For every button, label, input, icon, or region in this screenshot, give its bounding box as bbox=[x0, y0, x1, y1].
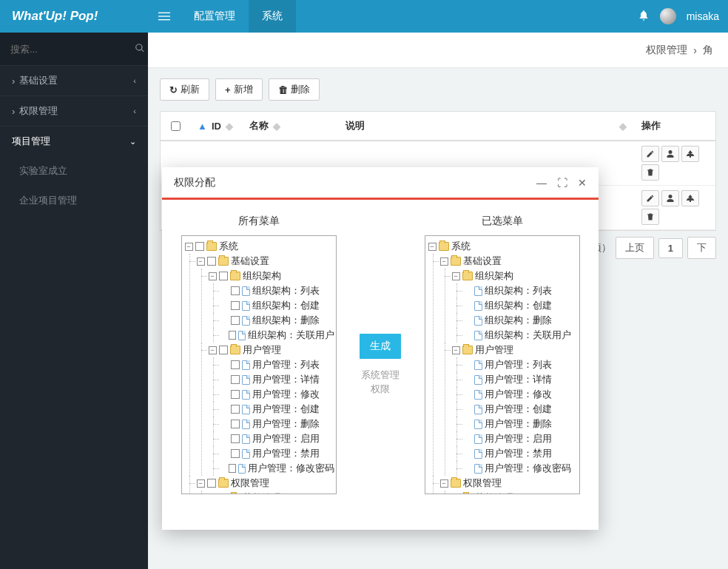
select-all-checkbox[interactable] bbox=[171, 121, 181, 131]
tree-node[interactable]: 用户管理 bbox=[209, 343, 334, 357]
tree-checkbox[interactable] bbox=[231, 390, 240, 399]
collapse-icon[interactable] bbox=[452, 346, 460, 354]
nav-system[interactable]: 系统 bbox=[249, 0, 296, 33]
tree-node[interactable]: 用户管理：修改密码 bbox=[220, 461, 334, 476]
tree-node[interactable]: 用户管理：删除 bbox=[464, 417, 578, 431]
breadcrumb-item[interactable]: 角 bbox=[703, 44, 713, 57]
tree-node[interactable]: 组织架构：列表 bbox=[220, 283, 334, 298]
collapse-icon[interactable] bbox=[185, 243, 193, 251]
edit-button[interactable] bbox=[641, 190, 659, 206]
maximize-icon[interactable]: ⛶ bbox=[557, 177, 567, 189]
tree-node[interactable]: 组织架构：关联用户 bbox=[220, 328, 334, 343]
search-input[interactable] bbox=[10, 44, 135, 55]
tree-checkbox[interactable] bbox=[231, 449, 240, 458]
prev-page-button[interactable]: 上页 bbox=[616, 237, 654, 259]
tree-node[interactable]: 菜单管理 bbox=[452, 491, 578, 494]
tree-checkbox[interactable] bbox=[231, 286, 240, 295]
collapse-icon[interactable] bbox=[197, 479, 205, 488]
tree-node[interactable]: 用户管理：禁用 bbox=[464, 446, 578, 461]
collapse-icon[interactable] bbox=[440, 257, 448, 266]
tree-checkbox[interactable] bbox=[231, 420, 240, 428]
collapse-icon[interactable] bbox=[209, 272, 217, 280]
tree-node[interactable]: 用户管理：禁用 bbox=[220, 446, 334, 461]
tree-node[interactable]: 组织架构：创建 bbox=[220, 298, 334, 313]
collapse-icon[interactable] bbox=[209, 494, 217, 495]
tree-checkbox[interactable] bbox=[207, 257, 216, 266]
tree-node[interactable]: 用户管理：详情 bbox=[220, 372, 334, 387]
edit-button[interactable] bbox=[641, 146, 659, 162]
search-icon[interactable] bbox=[135, 43, 145, 55]
th-desc[interactable]: 说明 ◆ bbox=[338, 119, 634, 132]
page-number[interactable]: 1 bbox=[658, 238, 683, 258]
tree-checkbox[interactable] bbox=[231, 360, 240, 369]
tree-node[interactable]: 系统 bbox=[428, 239, 578, 254]
tree-node[interactable]: 用户管理：启用 bbox=[464, 431, 578, 446]
tree-node[interactable]: 基础设置 bbox=[197, 254, 334, 269]
tree-node[interactable]: 用户管理 bbox=[452, 343, 578, 357]
tree-checkbox[interactable] bbox=[229, 331, 236, 340]
tree-node[interactable]: 组织架构 bbox=[452, 269, 578, 283]
sidebar-item-permission[interactable]: › 权限管理 ‹ bbox=[0, 96, 148, 126]
minimize-icon[interactable]: — bbox=[536, 177, 547, 189]
th-id[interactable]: ▲ ID ◆ bbox=[190, 121, 242, 132]
tree-node[interactable]: 用户管理：创建 bbox=[464, 402, 578, 417]
tree-checkbox[interactable] bbox=[231, 375, 240, 384]
tree-checkbox[interactable] bbox=[231, 301, 240, 310]
collapse-icon[interactable] bbox=[197, 257, 205, 266]
tree-node[interactable]: 系统 bbox=[185, 239, 334, 254]
modal-titlebar[interactable]: 权限分配 — ⛶ ✕ bbox=[162, 167, 599, 200]
tree-node[interactable]: 组织架构：删除 bbox=[220, 313, 334, 328]
tree-checkbox[interactable] bbox=[195, 242, 204, 251]
tree-node[interactable]: 菜单管理 bbox=[209, 491, 334, 494]
sidebar-sub-lab[interactable]: 实验室成立 bbox=[7, 156, 148, 186]
tree-checkbox[interactable] bbox=[229, 464, 236, 473]
tree-button[interactable] bbox=[681, 146, 699, 162]
delete-row-button[interactable] bbox=[641, 164, 659, 181]
add-button[interactable]: + 新增 bbox=[215, 78, 263, 101]
username[interactable]: misaka bbox=[687, 10, 719, 22]
bell-icon[interactable] bbox=[638, 10, 650, 24]
tree-button[interactable] bbox=[681, 190, 699, 206]
all-menus-tree[interactable]: 系统基础设置组织架构组织架构：列表组织架构：创建组织架构：删除组织架构：关联用户… bbox=[181, 235, 337, 494]
tree-checkbox[interactable] bbox=[219, 346, 228, 354]
tree-node[interactable]: 用户管理：删除 bbox=[220, 417, 334, 431]
hamburger-icon[interactable] bbox=[148, 0, 181, 33]
tree-checkbox[interactable] bbox=[219, 272, 228, 280]
tree-node[interactable]: 用户管理：修改密码 bbox=[464, 461, 578, 476]
tree-node[interactable]: 权限管理 bbox=[197, 476, 334, 491]
sidebar-sub-enterprise[interactable]: 企业项目管理 bbox=[7, 186, 148, 215]
user-button[interactable] bbox=[661, 146, 679, 162]
nav-config[interactable]: 配置管理 bbox=[181, 0, 249, 33]
tree-checkbox[interactable] bbox=[231, 434, 240, 443]
tree-node[interactable]: 用户管理：列表 bbox=[220, 357, 334, 372]
tree-node[interactable]: 用户管理：创建 bbox=[220, 402, 334, 417]
avatar[interactable] bbox=[660, 8, 676, 24]
tree-node[interactable]: 用户管理：列表 bbox=[464, 357, 578, 372]
tree-node[interactable]: 用户管理：详情 bbox=[464, 372, 578, 387]
tree-node[interactable]: 组织架构：关联用户 bbox=[464, 328, 578, 343]
generate-button[interactable]: 生成 bbox=[360, 334, 401, 359]
delete-row-button[interactable] bbox=[641, 209, 659, 225]
collapse-icon[interactable] bbox=[440, 479, 448, 488]
tree-checkbox[interactable] bbox=[231, 316, 240, 325]
tree-node[interactable]: 组织架构：列表 bbox=[464, 283, 578, 298]
tree-node[interactable]: 权限管理 bbox=[440, 476, 578, 491]
collapse-icon[interactable] bbox=[428, 243, 437, 251]
breadcrumb-item[interactable]: 权限管理 bbox=[646, 44, 687, 57]
user-button[interactable] bbox=[661, 190, 679, 206]
close-icon[interactable]: ✕ bbox=[578, 177, 587, 189]
collapse-icon[interactable] bbox=[209, 346, 217, 354]
tree-node[interactable]: 组织架构：创建 bbox=[464, 298, 578, 313]
next-page-button[interactable]: 下 bbox=[687, 237, 716, 259]
tree-node[interactable]: 用户管理：启用 bbox=[220, 431, 334, 446]
tree-node[interactable]: 用户管理：修改 bbox=[464, 387, 578, 402]
tree-checkbox[interactable] bbox=[207, 479, 216, 488]
refresh-button[interactable]: ↻ 刷新 bbox=[160, 78, 209, 101]
tree-node[interactable]: 组织架构：删除 bbox=[464, 313, 578, 328]
tree-node[interactable]: 基础设置 bbox=[440, 254, 578, 269]
tree-checkbox[interactable] bbox=[231, 405, 240, 414]
collapse-icon[interactable] bbox=[452, 272, 460, 280]
th-name[interactable]: 名称 ◆ bbox=[242, 119, 338, 132]
delete-button[interactable]: 🗑 删除 bbox=[269, 78, 320, 101]
tree-node[interactable]: 组织架构 bbox=[209, 269, 334, 283]
